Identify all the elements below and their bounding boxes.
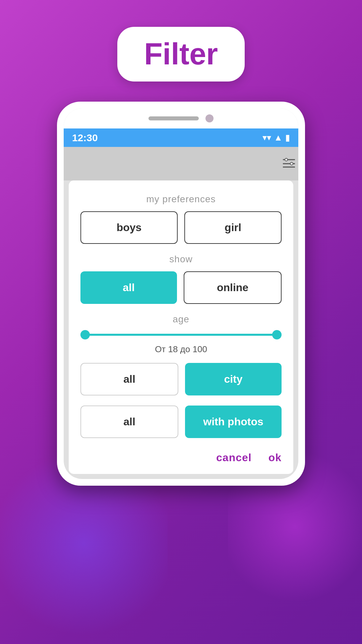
svg-point-1 [285,158,288,161]
filter-icon-button[interactable] [283,150,295,177]
photos-buttons-row: all with photos [80,406,282,438]
all-show-button[interactable]: all [80,271,177,304]
preferences-label: my preferences [80,194,282,205]
with-photos-button[interactable]: with photos [185,406,282,438]
phone-mockup: 12:30 ▾▾ ▲ ▮ my preferences [57,102,305,486]
phone-inner: 12:30 ▾▾ ▲ ▮ my preferences [64,108,298,479]
filter-title: Filter [144,37,218,71]
all-location-button[interactable]: all [80,363,178,395]
online-button[interactable]: online [184,271,282,304]
phone-top-bar [64,108,298,128]
age-section: age От 18 до 100 [80,314,282,355]
svg-point-3 [290,162,293,165]
show-label: show [80,254,282,265]
signal-icon: ▲ [274,132,283,143]
slider-track [80,334,282,336]
ok-button[interactable]: ok [268,451,282,464]
preference-buttons-row: boys girl [80,211,282,244]
phone-speaker [148,116,199,120]
cancel-button[interactable]: cancel [216,451,252,464]
show-buttons-row: all online [80,271,282,304]
slider-thumb-min[interactable] [80,330,90,339]
filter-modal: my preferences boys girl show all online… [69,180,293,474]
wifi-icon: ▾▾ [262,132,271,143]
city-button[interactable]: city [185,363,282,395]
boys-button[interactable]: boys [80,211,178,244]
status-time: 12:30 [72,132,98,144]
slider-thumb-max[interactable] [272,330,282,339]
location-buttons-row: all city [80,363,282,395]
modal-actions: cancel ok [80,448,282,464]
age-range-text: От 18 до 100 [80,344,282,355]
girl-button[interactable]: girl [184,211,282,244]
status-bar: 12:30 ▾▾ ▲ ▮ [64,128,298,147]
app-background [64,147,298,180]
all-photos-button[interactable]: all [80,406,178,438]
status-icons: ▾▾ ▲ ▮ [262,132,290,143]
battery-icon: ▮ [285,132,290,143]
age-label: age [173,314,189,325]
filter-title-card: Filter [117,27,245,82]
age-slider[interactable] [80,328,282,341]
phone-camera [205,114,214,122]
